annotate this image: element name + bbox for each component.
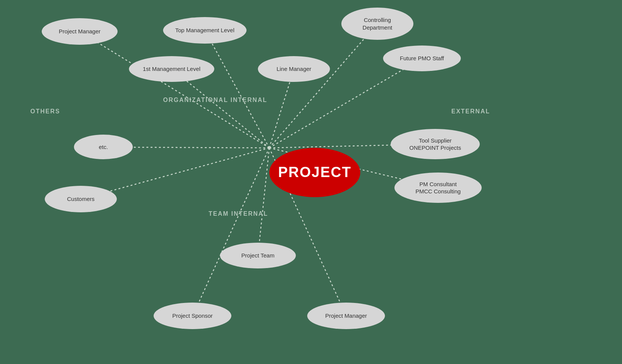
1st-management: 1st Management Level (129, 56, 214, 82)
line-manager: Line Manager (258, 56, 330, 82)
project-team: Project Team (220, 243, 296, 268)
line-to-project-team (258, 148, 269, 256)
pm-consultant: PM ConsultantPMCC Consulting (394, 173, 482, 203)
line-to-top-mgmt (205, 30, 269, 148)
diagram-container: OTHERS ORGANIZATIONAL INTERNAL EXTERNAL … (0, 0, 622, 364)
line-to-top-left-pm (80, 31, 269, 148)
line-to-controlling (269, 24, 377, 148)
project-manager-bottom: Project Manager (307, 303, 385, 329)
etc: etc. (74, 135, 133, 159)
project-manager-top-left: Project Manager (42, 18, 118, 45)
project-sponsor: Project Sponsor (154, 303, 231, 329)
tool-supplier: Tool SupplierONEPOINT Projects (391, 129, 480, 159)
section-label-team-internal: TEAM INTERNAL (209, 210, 268, 217)
controlling-dept: ControllingDepartment (341, 8, 413, 40)
project-center: PROJECT (269, 148, 360, 197)
top-management: Top Management Level (163, 17, 247, 44)
future-pmo: Future PMO Staff (383, 46, 461, 71)
line-to-project-sponsor (193, 148, 269, 316)
customers: Customers (45, 186, 117, 212)
section-label-others: OTHERS (30, 108, 60, 115)
section-label-external: EXTERNAL (451, 108, 490, 115)
section-label-org-internal: ORGANIZATIONAL INTERNAL (163, 97, 267, 104)
